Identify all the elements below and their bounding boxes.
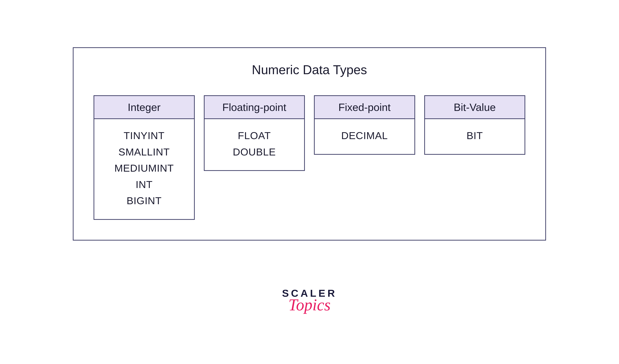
- type-item: DOUBLE: [208, 144, 301, 160]
- category-body: DECIMAL: [315, 119, 414, 154]
- type-item: SMALLINT: [98, 144, 190, 160]
- type-item: BIGINT: [98, 192, 190, 209]
- category-floating-point: Floating-point FLOAT DOUBLE: [204, 95, 305, 171]
- category-body: BIT: [425, 119, 525, 154]
- category-body: FLOAT DOUBLE: [205, 119, 304, 170]
- category-header: Integer: [94, 96, 194, 119]
- type-item: TINYINT: [98, 127, 190, 144]
- type-item: INT: [98, 176, 190, 193]
- type-item: MEDIUMINT: [98, 160, 190, 176]
- diagram-canvas: Numeric Data Types Integer TINYINT SMALL…: [73, 47, 546, 241]
- diagram-title: Numeric Data Types: [94, 63, 525, 77]
- type-item: FLOAT: [208, 127, 301, 144]
- category-body: TINYINT SMALLINT MEDIUMINT INT BIGINT: [94, 119, 194, 219]
- category-integer: Integer TINYINT SMALLINT MEDIUMINT INT B…: [94, 95, 195, 220]
- categories-row: Integer TINYINT SMALLINT MEDIUMINT INT B…: [94, 95, 525, 220]
- category-header: Fixed-point: [315, 96, 414, 119]
- category-bit-value: Bit-Value BIT: [424, 95, 525, 155]
- category-header: Bit-Value: [425, 96, 525, 119]
- logo-text-topics: Topics: [282, 296, 337, 314]
- type-item: BIT: [429, 127, 521, 144]
- type-item: DECIMAL: [318, 127, 411, 144]
- outer-container: Numeric Data Types Integer TINYINT SMALL…: [73, 47, 546, 241]
- brand-logo: SCALER Topics: [282, 287, 337, 314]
- category-fixed-point: Fixed-point DECIMAL: [314, 95, 415, 155]
- category-header: Floating-point: [205, 96, 304, 119]
